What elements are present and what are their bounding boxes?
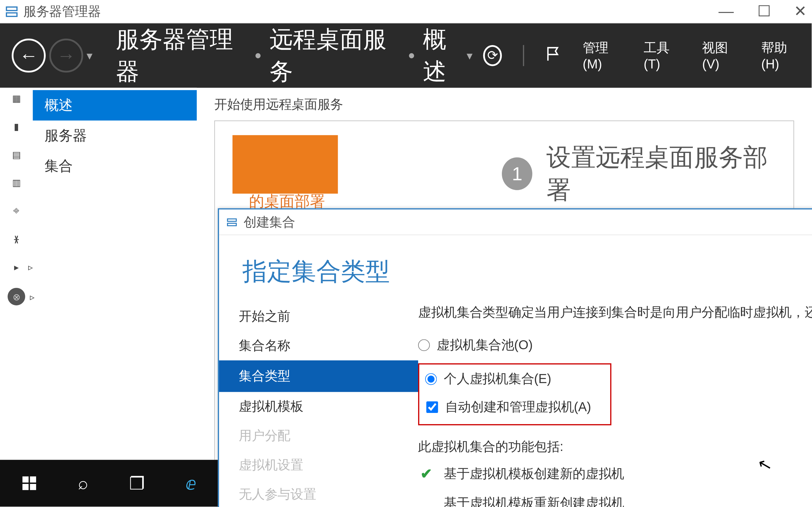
create-collection-wizard: 创建集合 — ☐ ✕ 指定集合类型 开始之前 集合名称 集合类型 虚拟机模板 用…: [218, 208, 812, 507]
breadcrumb-separator: •: [255, 45, 261, 66]
wizard-content: 虚拟机集合类型确定当用户连接到集合时是向用户分配临时虚拟机，还是向用户分配个人虚…: [418, 302, 812, 507]
ie-button[interactable]: ⅇ: [164, 460, 218, 507]
wizard-description: 虚拟机集合类型确定当用户连接到集合时是向用户分配临时虚拟机，还是向用户分配个人虚…: [418, 302, 812, 323]
breadcrumb: 服务器管理器 • 远程桌面服务 • 概述: [116, 23, 467, 88]
svg-rect-6: [22, 484, 29, 490]
wizard-title-text: 创建集合: [244, 213, 295, 231]
wizard-step-list: 开始之前 集合名称 集合类型 虚拟机模板 用户分配 虚拟机设置 无人参与设置 用…: [219, 302, 418, 507]
nav-forward-button[interactable]: →: [49, 39, 83, 72]
rail-rds-icon[interactable]: ⊗▹: [8, 288, 25, 305]
sidebar-item-label: 概述: [45, 97, 73, 113]
rail-remote-access-icon[interactable]: ▸▹: [8, 260, 24, 274]
window-close-button[interactable]: ✕: [794, 2, 807, 20]
highlight-box: 个人虚拟机集合(E) 自动创建和管理虚拟机(A): [418, 363, 611, 425]
header-divider: [523, 45, 524, 66]
wizard-step: 用户分配: [219, 421, 418, 450]
wizard-step-active[interactable]: 集合类型: [219, 360, 418, 392]
wizard-heading: 指定集合类型: [219, 235, 812, 302]
radio-personal-label: 个人虚拟机集合(E): [444, 371, 551, 388]
rail-nap-icon[interactable]: ᚕ: [8, 231, 24, 245]
wizard-step[interactable]: 开始之前: [219, 302, 418, 331]
sidebar-item-servers[interactable]: 服务器: [33, 121, 197, 151]
svg-rect-3: [227, 223, 236, 226]
check-icon: ✔: [420, 466, 436, 482]
svg-rect-0: [6, 7, 17, 10]
sidebar-item-label: 服务器: [45, 128, 87, 144]
svg-rect-4: [22, 476, 29, 483]
nav-dropdown-icon[interactable]: ▾: [87, 48, 93, 62]
rail-file-services-icon[interactable]: ▥: [8, 175, 24, 189]
breadcrumb-root[interactable]: 服务器管理器: [116, 23, 246, 88]
radio-personal[interactable]: [425, 374, 437, 385]
menu-tools[interactable]: 工具(T): [644, 39, 681, 72]
checkbox-auto-manage[interactable]: [426, 401, 438, 413]
breadcrumb-section[interactable]: 远程桌面服务: [269, 23, 400, 88]
features-list: ✔基于虚拟机模板创建新的虚拟机 ✔基于虚拟机模板重新创建虚拟机 ✔将用户设置存储…: [418, 465, 812, 507]
sidebar-item-label: 集合: [45, 158, 73, 174]
checkbox-auto-row[interactable]: 自动创建和管理虚拟机(A): [425, 399, 601, 416]
window-minimize-button[interactable]: —: [718, 2, 733, 20]
header-bar: ← → ▾ 服务器管理器 • 远程桌面服务 • 概述 ▾ ⟳ 管理(M) 工具(…: [0, 23, 812, 88]
nav-back-button[interactable]: ←: [12, 39, 46, 72]
quick-start-tile[interactable]: [233, 135, 338, 194]
wizard-titlebar: 创建集合 — ☐ ✕: [219, 210, 812, 235]
svg-rect-7: [30, 484, 36, 490]
step-number-badge: 1: [502, 158, 532, 190]
features-title: 此虚拟机集合的功能包括:: [418, 438, 812, 456]
checkbox-auto-label: 自动创建和管理虚拟机(A): [445, 399, 591, 416]
app-titlebar: 服务器管理器 — ☐ ✕: [0, 0, 812, 23]
radio-pool-row[interactable]: 虚拟机集合池(O): [418, 337, 812, 354]
wizard-icon: [226, 216, 238, 228]
task-view-button[interactable]: ❐: [110, 460, 164, 507]
notifications-flag-icon[interactable]: [545, 46, 562, 66]
breadcrumb-dropdown-icon[interactable]: ▾: [467, 48, 472, 62]
radio-personal-row[interactable]: 个人虚拟机集合(E): [425, 371, 601, 388]
radio-pool[interactable]: [418, 339, 430, 351]
breadcrumb-page[interactable]: 概述: [423, 23, 466, 88]
refresh-button[interactable]: ⟳: [483, 45, 502, 66]
sidebar: 概述 服务器 集合: [33, 88, 197, 460]
window-maximize-button[interactable]: ☐: [757, 2, 771, 20]
svg-rect-1: [6, 13, 17, 16]
start-button[interactable]: [2, 460, 56, 507]
wizard-step: 无人参与设置: [219, 480, 418, 507]
rail-local-server-icon[interactable]: ▮: [8, 119, 24, 133]
rail-all-servers-icon[interactable]: ▤: [8, 147, 24, 161]
svg-rect-2: [227, 219, 236, 221]
feature-item: ✔基于虚拟机模板创建新的虚拟机: [420, 465, 812, 483]
feature-item: ✔基于虚拟机模板重新创建虚拟机: [420, 494, 812, 507]
svg-rect-5: [30, 476, 36, 483]
menu-view[interactable]: 视图(V): [702, 39, 740, 72]
menu-help[interactable]: 帮助(H): [761, 39, 800, 72]
app-title: 服务器管理器: [23, 3, 101, 20]
wizard-step[interactable]: 集合名称: [219, 331, 418, 360]
radio-pool-label: 虚拟机集合池(O): [437, 337, 532, 354]
wizard-step: 虚拟机设置: [219, 450, 418, 480]
rail-dashboard-icon[interactable]: ▦: [8, 91, 24, 105]
sidebar-item-overview[interactable]: 概述: [33, 90, 197, 121]
menu-manage[interactable]: 管理(M): [583, 39, 623, 72]
getting-started-label: 开始使用远程桌面服务: [214, 96, 794, 114]
icon-rail: ▦ ▮ ▤ ▥ ⎆ ᚕ ▸▹ ⊗▹: [0, 88, 33, 460]
breadcrumb-separator: •: [408, 45, 415, 66]
rail-iis-icon[interactable]: ⎆: [8, 204, 24, 218]
search-button[interactable]: ⌕: [56, 460, 110, 507]
server-manager-icon: [5, 4, 19, 18]
sidebar-item-collections[interactable]: 集合: [33, 151, 197, 181]
wizard-step[interactable]: 虚拟机模板: [219, 392, 418, 421]
